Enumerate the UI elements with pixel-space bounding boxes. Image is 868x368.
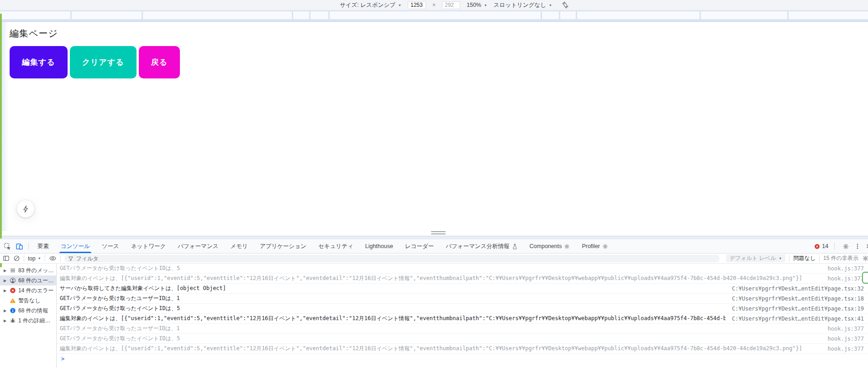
close-devtools-icon[interactable]: ✕ — [866, 243, 868, 250]
page-action-button[interactable]: 戻る — [139, 46, 180, 78]
table-cell — [560, 11, 576, 19]
source-location-link[interactable]: hook.js:377 — [828, 275, 864, 282]
console-toolbar: top ▼ デフォルト レベル ▼ 問題なし 15 件の非表示 — [0, 254, 868, 264]
error-icon — [814, 244, 820, 249]
console-message-row: 編集対象のイベントは、[{"userid":1,"eventid":5,"eve… — [57, 274, 868, 284]
source-location-link[interactable]: hook.js:377 — [828, 265, 864, 272]
tab-label: 要素 — [37, 243, 49, 250]
table-cell — [701, 11, 787, 19]
devtools-tab[interactable]: ネットワーク — [125, 239, 172, 253]
console-sidebar-item[interactable]: ▶ 1 件の詳細… — [0, 316, 56, 326]
console-message-text: サーバから取得してきた編集対象イベントは、[object Object] — [60, 285, 726, 292]
tab-label: アプリケーション — [260, 243, 306, 250]
more-options-icon[interactable] — [854, 243, 861, 249]
issues-counter[interactable]: 問題なし — [793, 254, 815, 262]
devtools-tab[interactable]: 要素 — [32, 239, 55, 253]
devtools-tab[interactable]: Components — [524, 239, 576, 253]
console-sidebar-item[interactable]: ▶ 68 件の情報 — [0, 306, 56, 316]
console-prompt-chevron: > — [61, 356, 64, 362]
table-cell — [310, 11, 328, 19]
throttling-select[interactable]: スロットリングなし ▼ — [494, 1, 552, 9]
zoom-select[interactable]: 150% ▼ — [467, 2, 487, 8]
page-action-button[interactable]: クリアする — [70, 46, 137, 78]
table-cell — [330, 11, 541, 19]
devtools-tab[interactable]: パフォーマンス — [172, 239, 224, 253]
clear-console-icon[interactable] — [13, 255, 20, 262]
source-location-link[interactable]: hook.js:377 — [828, 346, 864, 352]
device-size-label: サイズ: レスポンシブ — [340, 1, 395, 9]
sidebar-item-icon — [10, 277, 16, 284]
devtools-tab[interactable]: パフォーマンス分析情報 — [440, 239, 523, 253]
console-sidebar-item[interactable]: 警告なし — [0, 295, 56, 306]
source-location-link[interactable]: C:¥Users¥pgrfr¥Deskt…entEdit¥page.tsx:18 — [732, 295, 864, 302]
source-location-link[interactable]: hook.js:377 — [828, 336, 864, 342]
devtools-tab[interactable]: ソース — [96, 239, 125, 253]
zoom-value: 150% — [467, 2, 481, 8]
page-viewport: 編集ページ 編集する クリアする 戻る — [0, 22, 868, 231]
edge-clipped-green-badge — [862, 272, 868, 284]
toolbar-separator — [60, 255, 61, 262]
page-action-button[interactable]: 編集する — [10, 46, 68, 78]
devtools-tab[interactable]: アプリケーション — [254, 239, 312, 253]
console-message-text: GETパラメータから受け取ったユーザーIDは、1 — [60, 295, 726, 302]
sidebar-item-label: 1 件の詳細… — [18, 317, 50, 325]
inspect-element-icon[interactable] — [4, 243, 11, 250]
console-prompt-row[interactable]: > — [57, 354, 868, 364]
tab-label: パフォーマンス分析情報 — [446, 243, 509, 250]
console-messages: GETパラメータから受け取ったイベントIDは、5 hook.js:377 編集対… — [57, 264, 868, 368]
settings-gear-icon[interactable] — [842, 243, 849, 250]
rotate-viewport-icon[interactable] — [561, 1, 569, 9]
sidebar-item-icon — [10, 307, 16, 314]
execution-context-select[interactable]: top ▼ — [28, 255, 41, 262]
viewport-width-input[interactable] — [408, 1, 426, 9]
source-location-link[interactable]: C:¥Users¥pgrfr¥Deskt…entEdit¥page.tsx:41 — [732, 316, 864, 322]
source-location-link[interactable]: C:¥Users¥pgrfr¥Deskt…entEdit¥page.tsx:19 — [732, 306, 864, 312]
devtools-tab[interactable]: Profiler — [576, 239, 614, 253]
expander-arrow-icon[interactable]: ▶ — [4, 279, 10, 283]
error-count-badge[interactable]: 14 — [814, 243, 828, 249]
tab-icon — [564, 244, 570, 249]
sidebar-item-label: 68 件の情報 — [18, 307, 48, 315]
log-level-select[interactable]: デフォルト レベル ▼ — [726, 254, 786, 262]
device-toolbar-toggle-icon[interactable] — [16, 243, 23, 250]
expander-arrow-icon[interactable]: ▶ — [4, 289, 10, 293]
table-cell — [143, 11, 292, 19]
console-message-text: GETパラメータから受け取ったイベントIDは、5 — [60, 305, 726, 312]
console-filter[interactable] — [64, 255, 720, 262]
sidebar-item-icon — [10, 317, 16, 324]
console-message-text: GETパラメータから受け取ったイベントIDは、5 — [60, 335, 821, 342]
console-sidebar-item[interactable]: ▶ 83 件のメッ… — [0, 265, 56, 275]
eye-live-expression-icon[interactable] — [49, 254, 57, 262]
device-size-select[interactable]: サイズ: レスポンシブ ▼ — [340, 1, 401, 9]
devtools-tab[interactable]: レコーダー — [399, 239, 440, 253]
table-cell — [293, 11, 309, 19]
devtools-top-band — [0, 236, 868, 239]
expander-arrow-icon[interactable]: ▶ — [4, 309, 10, 313]
table-cell — [0, 11, 70, 19]
viewport-height-input[interactable] — [442, 1, 460, 9]
console-sidebar-toggle-icon[interactable] — [3, 255, 10, 262]
expander-arrow-icon[interactable]: ▶ — [4, 269, 10, 273]
devtools-resize-handle[interactable] — [431, 231, 446, 234]
expander-arrow-icon[interactable]: ▶ — [4, 319, 10, 323]
console-message-row: GETパラメータから受け取ったユーザーIDは、1 hook.js:377 — [57, 324, 868, 334]
devtools-tab[interactable]: コンソール — [55, 239, 96, 253]
console-sidebar-item[interactable]: ▶ 68 件のユー… — [0, 275, 56, 285]
source-location-link[interactable]: hook.js:377 — [828, 326, 864, 332]
devtools-tab[interactable]: メモリ — [225, 239, 254, 253]
console-settings-gear-icon[interactable] — [862, 255, 868, 262]
lightning-fab[interactable] — [17, 200, 34, 218]
console-sidebar-item[interactable]: ▶ 14 件のエラー — [0, 285, 56, 295]
chevron-down-icon: ▼ — [484, 4, 487, 7]
devtools-tab[interactable]: セキュリティ — [312, 239, 359, 253]
tab-label: Components — [530, 243, 562, 249]
throttling-value: スロットリングなし — [494, 1, 546, 9]
lightning-bolt-icon — [21, 205, 30, 213]
error-count: 14 — [822, 243, 828, 249]
console-filter-input[interactable] — [76, 255, 716, 262]
devtools-tab[interactable]: Lighthouse — [359, 239, 399, 253]
console-message-row: GETパラメータから受け取ったユーザーIDは、1 C:¥Users¥pgrfr¥… — [57, 294, 868, 304]
hidden-messages-counter[interactable]: 15 件の非表示 — [823, 254, 858, 262]
chevron-down-icon: ▼ — [398, 4, 401, 7]
source-location-link[interactable]: C:¥Users¥pgrfr¥Deskt…entEdit¥page.tsx:32 — [732, 285, 864, 292]
